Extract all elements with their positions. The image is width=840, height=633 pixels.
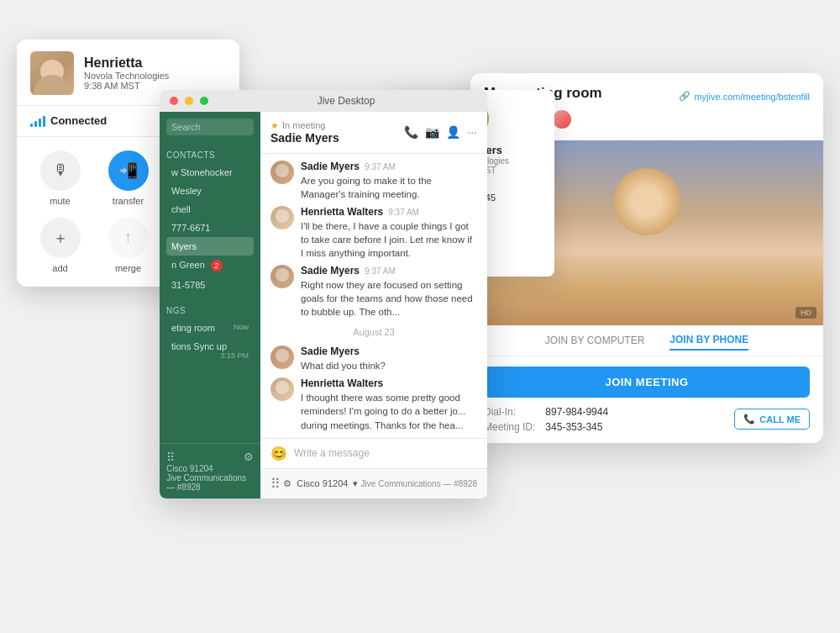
msg-header: Henrietta Walters xyxy=(301,377,477,389)
message-row: Henrietta Walters 9:37 AM I'll be there,… xyxy=(270,206,477,260)
device-selector[interactable]: ⚙ Cisco 91204 ▾ xyxy=(283,478,358,489)
search-input[interactable] xyxy=(166,119,254,135)
sidebar-item-phone1[interactable]: 777-6671 xyxy=(166,219,254,237)
contact-company: Novola Technologies xyxy=(84,71,169,81)
msg-text: I thought there was some pretty good rem… xyxy=(301,391,477,431)
sidebar-item-phone2[interactable]: 31-5785 xyxy=(166,276,254,294)
in-meeting-badge: ★ In meeting xyxy=(270,120,339,131)
meeting-content: JOIN MEETING Dial-In: 897-984-9944 📞 CAL… xyxy=(470,356,823,443)
chat-input-area: 😊 xyxy=(260,438,487,468)
sidebar-item-green[interactable]: n Green 2 xyxy=(166,256,254,276)
apps-grid-icon[interactable]: ⠿ xyxy=(270,476,281,492)
call-me-button[interactable]: 📞 CALL ME xyxy=(734,409,810,430)
app-main: ★ In meeting Sadie Myers 📞 📷 👤 ··· xyxy=(260,112,487,498)
henrietta-avatar xyxy=(270,377,294,401)
msg-content: Sadie Myers 9:37 AM Are you going to mak… xyxy=(301,161,477,201)
video-icon[interactable]: 📷 xyxy=(425,125,439,139)
device-name: Cisco 91204 xyxy=(166,464,254,473)
meeting-id-label: Meeting ID: xyxy=(484,421,535,433)
sidebar-channel-sync[interactable]: tions Sync up 3:15 PM xyxy=(166,337,254,356)
device-name-bottom: Cisco 91204 xyxy=(297,478,348,488)
app-sidebar: Contacts w Stonehocker Wesley chell 777-… xyxy=(160,112,260,498)
more-icon[interactable]: ··· xyxy=(467,125,477,139)
chat-messages: Sadie Myers 9:37 AM Are you going to mak… xyxy=(260,154,487,438)
msg-content: Sadie Myers What did you think? xyxy=(301,346,477,372)
dial-in-value: 897-984-9944 xyxy=(545,406,724,418)
dropdown-arrow: ▾ xyxy=(353,478,358,489)
chat-header: ★ In meeting Sadie Myers 📞 📷 👤 ··· xyxy=(260,112,487,154)
star-icon: ★ xyxy=(270,120,279,131)
date-divider: August 23 xyxy=(270,324,477,340)
add-button[interactable]: ＋ add xyxy=(30,218,90,273)
close-dot[interactable] xyxy=(170,97,178,105)
mute-icon: 🎙 xyxy=(40,150,81,191)
chat-contact-name: Sadie Myers xyxy=(270,131,339,145)
sadie-avatar xyxy=(270,346,294,369)
sidebar-channel-meeting[interactable]: eting room Now xyxy=(166,319,254,337)
dial-in-label: Dial-In: xyxy=(484,406,535,418)
emoji-icon[interactable]: 😊 xyxy=(270,446,287,462)
msg-sender: Sadie Myers xyxy=(301,265,360,277)
contact-name: Henrietta xyxy=(84,55,169,71)
tab-join-phone[interactable]: JOIN BY PHONE xyxy=(669,334,748,351)
msg-content: Henrietta Walters I thought there was so… xyxy=(301,377,477,431)
message-input[interactable] xyxy=(294,447,477,459)
join-meeting-button[interactable]: JOIN MEETING xyxy=(484,367,810,398)
app-bottom-bar: ⠿ ⚙ Cisco 91204 ▾ Jive Communications — … xyxy=(260,468,487,498)
gear-icon: ⚙ xyxy=(283,478,291,489)
maximize-dot[interactable] xyxy=(200,97,208,105)
app-title: Jive Desktop xyxy=(318,95,375,107)
msg-sender: Henrietta Walters xyxy=(301,377,383,389)
unread-badge: 2 xyxy=(211,260,223,272)
meeting-link[interactable]: 🔗 myjive.com/meeting/bstenfill xyxy=(679,91,810,102)
sidebar-footer: ⠿ ⚙ Cisco 91204 Jive Communications — #8… xyxy=(160,443,260,498)
in-meeting-text: In meeting xyxy=(282,120,325,130)
message-row: Sadie Myers 9:37 AM Right now they are f… xyxy=(270,265,477,319)
titlebar: Jive Desktop xyxy=(160,90,487,112)
msg-content: Sadie Myers 9:37 AM Right now they are f… xyxy=(301,265,477,319)
sidebar-item-stonehocker[interactable]: w Stonehocker xyxy=(166,163,254,182)
contacts-section-title: Contacts xyxy=(166,145,254,163)
msg-sender: Henrietta Walters xyxy=(301,206,383,218)
meeting-tabs: JOIN BY COMPUTER JOIN BY PHONE xyxy=(470,325,823,356)
jive-subtitle: Jive Communications — #8928 xyxy=(166,473,254,492)
msg-time: 9:37 AM xyxy=(365,162,396,171)
channels-section: ngs eting room Now tions Sync up 3:15 PM xyxy=(160,298,260,363)
contact-avatar xyxy=(30,51,74,95)
transfer-button[interactable]: 📲 transfer xyxy=(98,150,158,206)
msg-header: Henrietta Walters 9:37 AM xyxy=(301,206,477,218)
tab-join-computer[interactable]: JOIN BY COMPUTER xyxy=(545,335,644,350)
msg-header: Sadie Myers xyxy=(301,346,477,357)
message-row: Sadie Myers 9:37 AM Are you going to mak… xyxy=(270,161,477,201)
signal-icon xyxy=(30,115,45,127)
contacts-section: Contacts w Stonehocker Wesley chell 777-… xyxy=(160,142,260,298)
connected-status: Connected xyxy=(30,114,107,127)
meeting-id-value: 345-353-345 xyxy=(545,421,724,433)
chat-header-left: ★ In meeting Sadie Myers xyxy=(270,120,339,145)
sidebar-item-wesley[interactable]: Wesley xyxy=(166,182,254,200)
msg-sender: Sadie Myers xyxy=(301,346,360,357)
mute-button[interactable]: 🎙 mute xyxy=(30,150,90,206)
sidebar-item-myers[interactable]: Myers xyxy=(166,237,254,256)
merge-button[interactable]: ↑ merge xyxy=(98,218,158,273)
link-icon: 🔗 xyxy=(679,91,690,102)
settings-icon[interactable]: ⚙ xyxy=(244,451,254,463)
phone-icon[interactable]: 📞 xyxy=(404,125,418,139)
channels-title: ngs xyxy=(166,301,254,319)
msg-time: 9:37 AM xyxy=(365,266,396,276)
merge-icon: ↑ xyxy=(108,218,149,258)
add-member-icon[interactable]: 👤 xyxy=(446,125,460,139)
app-body: Contacts w Stonehocker Wesley chell 777-… xyxy=(160,112,487,498)
msg-sender: Sadie Myers xyxy=(301,161,360,172)
henrietta-avatar xyxy=(270,206,294,229)
minimize-dot[interactable] xyxy=(185,97,193,105)
chat-header-icons: 📞 📷 👤 ··· xyxy=(404,125,477,139)
transfer-icon: 📲 xyxy=(108,150,149,191)
jive-id-bottom: Jive Communications — #8928 xyxy=(361,479,477,488)
sidebar-item-chell[interactable]: chell xyxy=(166,200,254,219)
message-row: Sadie Myers What did you think? xyxy=(270,346,477,372)
msg-header: Sadie Myers 9:37 AM xyxy=(301,265,477,277)
msg-content: Henrietta Walters 9:37 AM I'll be there,… xyxy=(301,206,477,260)
sidebar-search[interactable] xyxy=(160,112,260,142)
meeting-info-grid: Dial-In: 897-984-9944 📞 CALL ME Meeting … xyxy=(484,406,810,433)
